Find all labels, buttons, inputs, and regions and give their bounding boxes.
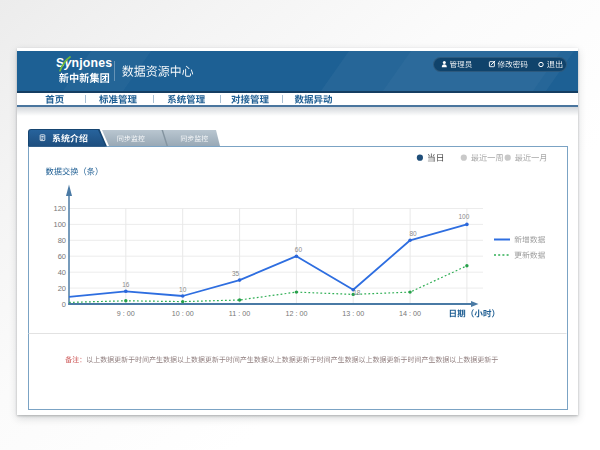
svg-text:80: 80: [409, 230, 417, 237]
svg-text:80: 80: [58, 236, 66, 245]
svg-text:100: 100: [458, 213, 469, 220]
svg-text:10: 10: [179, 286, 187, 293]
svg-text:11 : 00: 11 : 00: [229, 309, 250, 318]
svg-text:9 : 00: 9 : 00: [117, 309, 135, 318]
svg-text:18: 18: [353, 289, 361, 296]
svg-text:12 : 00: 12 : 00: [285, 309, 307, 318]
svg-text:13 : 00: 13 : 00: [342, 309, 364, 318]
svg-text:40: 40: [58, 268, 66, 277]
svg-text:60: 60: [58, 252, 66, 261]
svg-text:0: 0: [62, 300, 66, 309]
svg-text:120: 120: [53, 204, 66, 213]
svg-text:35: 35: [232, 270, 240, 277]
svg-text:20: 20: [58, 284, 66, 293]
svg-text:14 : 00: 14 : 00: [399, 309, 421, 318]
svg-text:100: 100: [53, 220, 66, 229]
svg-text:60: 60: [295, 246, 303, 253]
svg-text:16: 16: [122, 281, 130, 288]
svg-text:10 : 00: 10 : 00: [172, 309, 194, 318]
